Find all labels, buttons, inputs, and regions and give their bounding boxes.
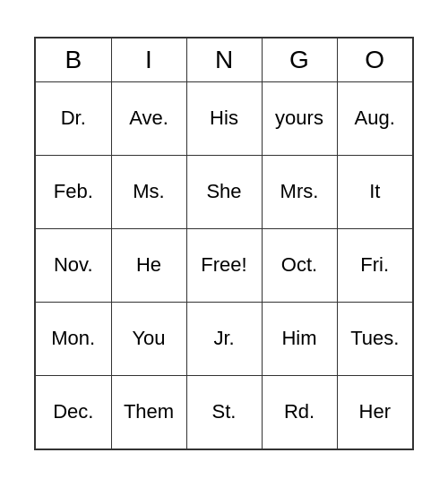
table-cell-r1-c3: Mrs. — [262, 155, 337, 228]
table-cell-r2-c3: Oct. — [262, 228, 337, 302]
table-row: Dec.ThemSt.Rd.Her — [36, 375, 412, 449]
table-cell-r2-c2: Free! — [186, 228, 262, 302]
table-cell-r3-c0: Mon. — [36, 302, 111, 375]
table-cell-r2-c4: Fri. — [337, 228, 412, 302]
table-cell-r3-c3: Him — [262, 302, 337, 375]
table-cell-r4-c3: Rd. — [262, 375, 337, 449]
table-row: Feb.Ms.SheMrs.It — [36, 155, 412, 228]
table-cell-r4-c1: Them — [111, 375, 186, 449]
table-cell-r0-c1: Ave. — [111, 81, 186, 155]
table-cell-r2-c1: He — [111, 228, 186, 302]
table-cell-r3-c1: You — [111, 302, 186, 375]
table-cell-r2-c0: Nov. — [36, 228, 111, 302]
header-cell-n: N — [186, 38, 262, 81]
header-cell-b: B — [36, 38, 111, 81]
bingo-card: BINGO Dr.Ave.HisyoursAug.Feb.Ms.SheMrs.I… — [34, 37, 414, 450]
table-cell-r3-c4: Tues. — [337, 302, 412, 375]
table-cell-r4-c0: Dec. — [36, 375, 111, 449]
table-cell-r3-c2: Jr. — [186, 302, 262, 375]
bingo-table: BINGO Dr.Ave.HisyoursAug.Feb.Ms.SheMrs.I… — [36, 38, 412, 449]
table-row: Nov.HeFree!Oct.Fri. — [36, 228, 412, 302]
header-cell-g: G — [262, 38, 337, 81]
table-cell-r0-c2: His — [186, 81, 262, 155]
table-cell-r4-c4: Her — [337, 375, 412, 449]
table-cell-r1-c2: She — [186, 155, 262, 228]
table-cell-r1-c4: It — [337, 155, 412, 228]
header-cell-i: I — [111, 38, 186, 81]
table-cell-r0-c3: yours — [262, 81, 337, 155]
table-row: Dr.Ave.HisyoursAug. — [36, 81, 412, 155]
table-row: Mon.YouJr.HimTues. — [36, 302, 412, 375]
header-cell-o: O — [337, 38, 412, 81]
table-cell-r1-c0: Feb. — [36, 155, 111, 228]
table-cell-r4-c2: St. — [186, 375, 262, 449]
table-cell-r1-c1: Ms. — [111, 155, 186, 228]
table-cell-r0-c4: Aug. — [337, 81, 412, 155]
table-cell-r0-c0: Dr. — [36, 81, 111, 155]
header-row: BINGO — [36, 38, 412, 81]
